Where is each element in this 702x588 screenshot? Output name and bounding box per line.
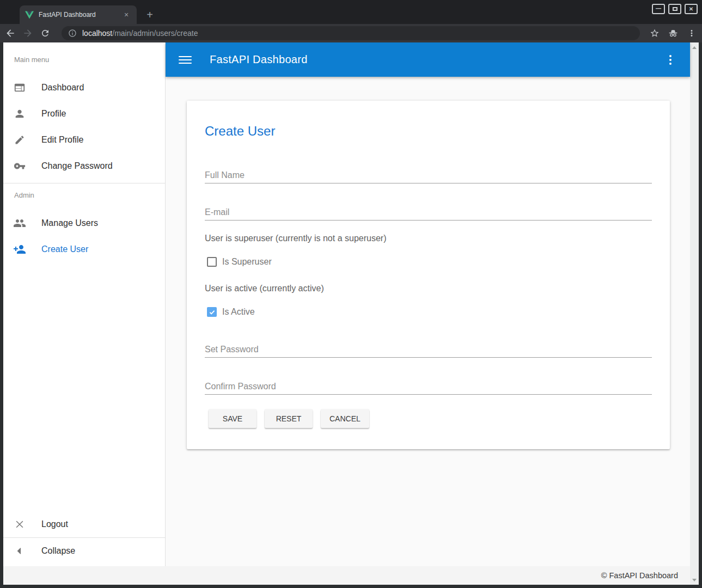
sidebar-item-label: Profile xyxy=(41,109,66,119)
sidebar-section-main-menu: Main menu xyxy=(14,56,49,64)
window-controls: — ✕ xyxy=(652,4,698,14)
page-footer: © FastAPI Dashboard xyxy=(3,566,690,585)
tab-strip: FastAPI Dashboard × + — ✕ xyxy=(0,0,702,24)
browser-window: FastAPI Dashboard × + — ✕ localhost/main… xyxy=(0,0,702,588)
new-tab-button[interactable]: + xyxy=(143,8,157,22)
back-icon[interactable] xyxy=(3,26,17,40)
app-bar: FastAPI Dashboard xyxy=(166,42,690,77)
set-password-field[interactable] xyxy=(205,341,652,358)
address-bar[interactable]: localhost/main/admin/users/create xyxy=(62,26,640,40)
dashboard-icon xyxy=(13,81,26,94)
page-scrollbar[interactable] xyxy=(690,42,699,585)
incognito-icon xyxy=(666,26,680,40)
people-icon xyxy=(13,217,26,230)
app-bar-title: FastAPI Dashboard xyxy=(210,53,308,66)
browser-tab[interactable]: FastAPI Dashboard × xyxy=(20,5,137,24)
person-add-icon xyxy=(13,243,26,256)
vue-logo-icon xyxy=(25,11,34,19)
sidebar-item-label: Edit Profile xyxy=(41,135,83,145)
browser-menu-icon[interactable] xyxy=(685,26,699,40)
superuser-hint: User is superuser (currently is not a su… xyxy=(205,234,386,243)
sidebar-divider xyxy=(3,183,166,183)
url-text: localhost/main/admin/users/create xyxy=(82,29,198,38)
sidebar-item-logout[interactable]: Logout xyxy=(3,511,166,537)
sidebar-item-label: Dashboard xyxy=(41,83,84,93)
full-name-field[interactable] xyxy=(205,167,652,183)
tab-close-icon[interactable]: × xyxy=(121,10,131,20)
sidebar-item-label: Change Password xyxy=(41,161,113,171)
sidebar-item-label: Collapse xyxy=(41,546,75,556)
sidebar-item-manage-users[interactable]: Manage Users xyxy=(3,210,166,236)
page-info-icon[interactable] xyxy=(68,29,77,38)
close-window-button[interactable]: ✕ xyxy=(685,4,698,14)
is-superuser-checkbox-row[interactable]: Is Superuser xyxy=(207,257,272,267)
sidebar-item-profile[interactable]: Profile xyxy=(3,101,166,127)
scroll-up-arrow-icon[interactable] xyxy=(690,44,699,51)
pencil-icon xyxy=(13,133,26,146)
url-host: localhost xyxy=(82,29,112,38)
bookmark-star-icon[interactable] xyxy=(648,26,662,40)
sidebar-item-label: Logout xyxy=(41,519,68,529)
sidebar-item-collapse[interactable]: Collapse xyxy=(3,538,166,564)
checkbox-label: Is Superuser xyxy=(222,257,272,267)
form-actions: SAVE RESET CANCEL xyxy=(209,409,369,428)
hamburger-menu-icon[interactable] xyxy=(179,53,192,66)
checkbox-label: Is Active xyxy=(222,307,255,317)
save-button[interactable]: SAVE xyxy=(209,409,257,428)
toolbar-right xyxy=(648,26,699,40)
key-icon xyxy=(13,160,26,173)
person-icon xyxy=(13,107,26,120)
close-x-icon xyxy=(13,518,26,531)
forward-icon[interactable] xyxy=(21,26,35,40)
reset-button[interactable]: RESET xyxy=(265,409,313,428)
cancel-button[interactable]: CANCEL xyxy=(321,409,369,428)
app-bar-menu-icon[interactable] xyxy=(664,53,677,66)
browser-toolbar: localhost/main/admin/users/create xyxy=(0,24,702,42)
is-active-checkbox-row[interactable]: Is Active xyxy=(207,307,255,317)
url-path: /main/admin/users/create xyxy=(112,29,198,38)
confirm-password-field[interactable] xyxy=(205,378,652,395)
sidebar: Main menu Dashboard Profile Edit Profile xyxy=(3,42,166,566)
sidebar-item-edit-profile[interactable]: Edit Profile xyxy=(3,127,166,153)
sidebar-section-admin: Admin xyxy=(14,191,34,199)
active-hint: User is active (currently active) xyxy=(205,284,324,293)
checkbox-unchecked-icon[interactable] xyxy=(207,257,217,267)
refresh-icon[interactable] xyxy=(38,26,52,40)
email-field[interactable] xyxy=(205,204,652,220)
checkbox-checked-icon[interactable] xyxy=(207,307,217,317)
chevron-left-icon xyxy=(13,544,26,558)
tab-title: FastAPI Dashboard xyxy=(39,11,121,19)
maximize-button[interactable] xyxy=(668,4,681,14)
sidebar-item-dashboard[interactable]: Dashboard xyxy=(3,75,166,101)
sidebar-item-create-user[interactable]: Create User xyxy=(3,236,166,262)
scroll-down-arrow-icon[interactable] xyxy=(690,576,699,584)
sidebar-item-change-password[interactable]: Change Password xyxy=(3,153,166,179)
page-content: Main menu Dashboard Profile Edit Profile xyxy=(3,42,699,585)
create-user-card: Create User User is superuser (currently… xyxy=(187,101,670,449)
sidebar-item-label: Create User xyxy=(41,244,88,254)
minimize-button[interactable]: — xyxy=(652,4,665,14)
page-title: Create User xyxy=(205,124,275,139)
sidebar-item-label: Manage Users xyxy=(41,218,98,228)
copyright-text: © FastAPI Dashboard xyxy=(601,571,678,580)
